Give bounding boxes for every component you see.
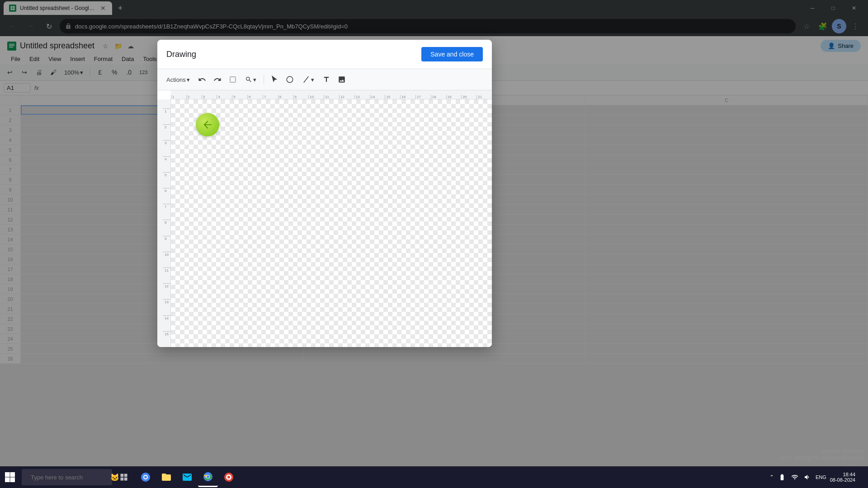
shape-icon bbox=[286, 75, 294, 84]
taskbar-search-input[interactable] bbox=[31, 474, 94, 481]
ruler-tick: 21 bbox=[476, 95, 492, 99]
drawing-redo-button[interactable] bbox=[211, 73, 224, 86]
wifi-icon bbox=[790, 473, 799, 482]
volume-icon bbox=[803, 473, 812, 482]
line-icon bbox=[302, 75, 310, 84]
zoom-tool-button[interactable]: ▾ bbox=[241, 74, 260, 85]
drawing-dialog: Drawing Save and close Actions ▾ bbox=[157, 40, 492, 347]
zoom-icon bbox=[245, 76, 252, 83]
show-desktop-button[interactable] bbox=[859, 469, 863, 485]
ruler-v-tick: 15 bbox=[163, 331, 170, 347]
browser-icon bbox=[140, 472, 151, 483]
dialog-header: Drawing Save and close bbox=[157, 40, 492, 69]
clock-date: 08-08-2024 bbox=[830, 477, 855, 483]
taskbar-files-button[interactable] bbox=[156, 467, 176, 487]
taskbar-search-box[interactable]: 🐱 bbox=[22, 469, 112, 485]
drawing-toolbar-separator-1 bbox=[264, 75, 264, 84]
email-icon bbox=[182, 472, 193, 483]
ruler-tick: 5 bbox=[232, 95, 247, 99]
ruler-tick: 17 bbox=[415, 95, 431, 99]
ruler-tick: 15 bbox=[385, 95, 400, 99]
ruler-tick: 3 bbox=[202, 95, 217, 99]
shape-tool-button[interactable] bbox=[283, 73, 297, 86]
cursor-tool-button[interactable] bbox=[268, 73, 281, 86]
drawing-canvas-area: 1 2 3 4 5 6 7 8 9 10 11 12 13 14 15 16 1 bbox=[157, 90, 492, 347]
ruler-v-tick: 3 bbox=[163, 140, 170, 156]
ruler-tick: 7 bbox=[263, 95, 278, 99]
line-tool-button[interactable]: ▾ bbox=[298, 74, 318, 85]
ruler-tick: 8 bbox=[278, 95, 293, 99]
battery-icon bbox=[778, 473, 787, 482]
text-tool-button[interactable] bbox=[320, 73, 333, 86]
ruler-v-tick: 14 bbox=[163, 315, 170, 331]
ruler-tick: 13 bbox=[354, 95, 370, 99]
ruler-v-tick: 6 bbox=[163, 188, 170, 204]
cursor-icon bbox=[270, 75, 278, 84]
zoom-arrow-icon: ▾ bbox=[253, 76, 256, 83]
ruler-tick: 20 bbox=[461, 95, 476, 99]
taskbar-email-button[interactable] bbox=[177, 467, 197, 487]
drawing-undo-button[interactable] bbox=[195, 73, 209, 86]
language-indicator: ENG bbox=[816, 474, 826, 480]
ruler-v-tick: 11 bbox=[163, 267, 170, 283]
ruler-tick: 12 bbox=[339, 95, 354, 99]
ruler-v-tick: 8 bbox=[163, 220, 170, 235]
dialog-overlay[interactable]: Drawing Save and close Actions ▾ bbox=[0, 0, 868, 488]
dialog-title: Drawing bbox=[166, 50, 196, 59]
image-tool-button[interactable] bbox=[335, 73, 349, 86]
svg-point-15 bbox=[207, 475, 209, 478]
drawing-canvas[interactable] bbox=[171, 99, 492, 347]
back-arrow-icon bbox=[202, 119, 213, 131]
taskbar-browser-button[interactable] bbox=[136, 467, 156, 487]
actions-menu-button[interactable]: Actions ▾ bbox=[163, 75, 193, 85]
ruler-tick: 4 bbox=[217, 95, 232, 99]
drawing-toolbar: Actions ▾ ▾ bbox=[157, 69, 492, 90]
ruler-tick: 6 bbox=[247, 95, 263, 99]
task-view-button[interactable] bbox=[114, 467, 134, 487]
search-cat-icon bbox=[98, 473, 107, 482]
ruler-tick: 9 bbox=[293, 95, 309, 99]
svg-point-12 bbox=[144, 476, 147, 479]
ruler-tick: 2 bbox=[186, 95, 202, 99]
ruler-tick: 19 bbox=[446, 95, 462, 99]
ruler-tick: 11 bbox=[324, 95, 339, 99]
actions-label: Actions bbox=[166, 76, 186, 83]
ruler-v-tick: 9 bbox=[163, 236, 170, 252]
drawing-element-green-circle[interactable] bbox=[196, 113, 219, 136]
task-view-icon bbox=[119, 473, 128, 482]
ruler-tick: 14 bbox=[370, 95, 385, 99]
select-all-icon bbox=[229, 75, 237, 84]
svg-point-8 bbox=[287, 76, 293, 83]
ruler-tick: 10 bbox=[308, 95, 324, 99]
redo-icon bbox=[213, 75, 222, 84]
text-icon bbox=[322, 75, 330, 84]
svg-point-18 bbox=[227, 476, 230, 479]
ruler-v-tick: 4 bbox=[163, 156, 170, 172]
ruler-tick: 16 bbox=[400, 95, 415, 99]
ruler-v-tick: 10 bbox=[163, 252, 170, 267]
green-circle-shape bbox=[196, 113, 219, 136]
save-and-close-button[interactable]: Save and close bbox=[421, 47, 483, 61]
taskbar: 🐱 bbox=[0, 466, 868, 488]
select-all-button[interactable] bbox=[226, 73, 240, 86]
horizontal-ruler: 1 2 3 4 5 6 7 8 9 10 11 12 13 14 15 16 1 bbox=[171, 90, 492, 99]
ruler-v-tick: 5 bbox=[163, 172, 170, 188]
svg-line-9 bbox=[303, 76, 308, 83]
ruler-v-tick: 1 bbox=[163, 108, 170, 124]
taskbar-notification-button[interactable]: ⌃ bbox=[769, 474, 774, 480]
vertical-ruler: 1 2 3 4 5 6 7 8 9 10 11 12 13 14 15 bbox=[157, 99, 171, 347]
ruler-v-tick: 2 bbox=[163, 124, 170, 140]
taskbar-chrome2-button[interactable] bbox=[219, 467, 239, 487]
start-button[interactable] bbox=[0, 467, 20, 487]
ruler-v-tick: 12 bbox=[163, 283, 170, 299]
taskbar-clock: 18:44 08-08-2024 bbox=[830, 472, 855, 483]
image-icon bbox=[338, 75, 346, 84]
taskbar-chrome-button[interactable] bbox=[198, 467, 218, 487]
ruler-tick: 1 bbox=[171, 95, 186, 99]
taskbar-apps bbox=[136, 467, 239, 487]
windows-logo-icon bbox=[5, 472, 15, 482]
ruler-v-tick: 13 bbox=[163, 299, 170, 315]
actions-arrow-icon: ▾ bbox=[187, 76, 190, 83]
chrome-icon bbox=[203, 471, 213, 482]
line-arrow-icon: ▾ bbox=[311, 76, 314, 83]
